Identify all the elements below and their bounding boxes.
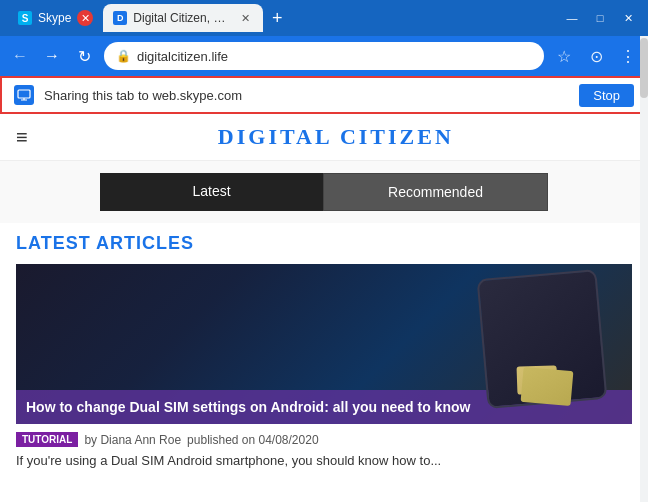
tab-skype[interactable]: S Skype ✕ xyxy=(8,4,103,32)
sharing-screen-icon xyxy=(14,85,34,105)
tab-bar: S Skype ✕ D Digital Citizen, Life in a d… xyxy=(0,0,648,36)
lock-icon: 🔒 xyxy=(116,49,131,63)
refresh-button[interactable]: ↻ xyxy=(72,44,96,68)
account-icon[interactable]: ⊙ xyxy=(584,47,608,66)
address-input[interactable]: 🔒 digitalcitizen.life xyxy=(104,42,544,70)
browser-chrome: S Skype ✕ D Digital Citizen, Life in a d… xyxy=(0,0,648,114)
articles-section: LATEST ARTICLES How to change Dual SIM s… xyxy=(0,223,648,471)
sim-card-graphic-2 xyxy=(521,367,574,406)
tab-digitalcitizen-close[interactable]: ✕ xyxy=(237,10,253,26)
section-title: LATEST ARTICLES xyxy=(16,233,632,254)
hamburger-menu[interactable]: ≡ xyxy=(16,126,28,149)
article-excerpt: If you're using a Dual SIM Android smart… xyxy=(16,451,632,471)
scrollbar[interactable] xyxy=(640,36,648,502)
toolbar-icons: ☆ ⊙ ⋮ xyxy=(552,47,640,66)
window-controls: — □ ✕ xyxy=(564,12,640,25)
url-text: digitalcitizen.life xyxy=(137,49,228,64)
stop-sharing-button[interactable]: Stop xyxy=(579,84,634,107)
svg-rect-0 xyxy=(18,90,30,98)
minimize-button[interactable]: — xyxy=(564,12,580,24)
article-image: How to change Dual SIM settings on Andro… xyxy=(16,264,632,424)
article-published: published on 04/08/2020 xyxy=(187,433,318,447)
tab-latest[interactable]: Latest xyxy=(100,173,323,211)
featured-article[interactable]: How to change Dual SIM settings on Andro… xyxy=(16,264,632,471)
site-logo: DIGITAL CITIZEN xyxy=(40,124,632,150)
digitalcitizen-favicon: D xyxy=(113,11,127,25)
skype-favicon: S xyxy=(18,11,32,25)
close-button[interactable]: ✕ xyxy=(620,12,636,25)
article-author: by Diana Ann Roe xyxy=(84,433,181,447)
article-meta: TUTORIAL by Diana Ann Roe published on 0… xyxy=(16,424,632,451)
page-content: ≡ DIGITAL CITIZEN Latest Recommended LAT… xyxy=(0,114,648,502)
maximize-button[interactable]: □ xyxy=(592,12,608,24)
forward-button[interactable]: → xyxy=(40,44,64,68)
tab-skype-label: Skype xyxy=(38,11,71,25)
tab-recommended[interactable]: Recommended xyxy=(323,173,548,211)
nav-tabs: Latest Recommended xyxy=(0,161,648,223)
sharing-banner: Sharing this tab to web.skype.com Stop xyxy=(0,76,648,114)
tab-digitalcitizen[interactable]: D Digital Citizen, Life in a digi... ✕ xyxy=(103,4,263,32)
bookmark-icon[interactable]: ☆ xyxy=(552,47,576,66)
menu-icon[interactable]: ⋮ xyxy=(616,47,640,66)
new-tab-button[interactable]: + xyxy=(263,4,291,32)
tutorial-badge: TUTORIAL xyxy=(16,432,78,447)
tab-skype-close[interactable]: ✕ xyxy=(77,10,93,26)
scrollbar-thumb[interactable] xyxy=(640,38,648,98)
site-header: ≡ DIGITAL CITIZEN xyxy=(0,114,648,161)
article-title: How to change Dual SIM settings on Andro… xyxy=(26,399,470,415)
address-bar: ← → ↻ 🔒 digitalcitizen.life ☆ ⊙ ⋮ xyxy=(0,36,648,76)
tab-digitalcitizen-label: Digital Citizen, Life in a digi... xyxy=(133,11,231,25)
sharing-text: Sharing this tab to web.skype.com xyxy=(44,88,569,103)
back-button[interactable]: ← xyxy=(8,44,32,68)
